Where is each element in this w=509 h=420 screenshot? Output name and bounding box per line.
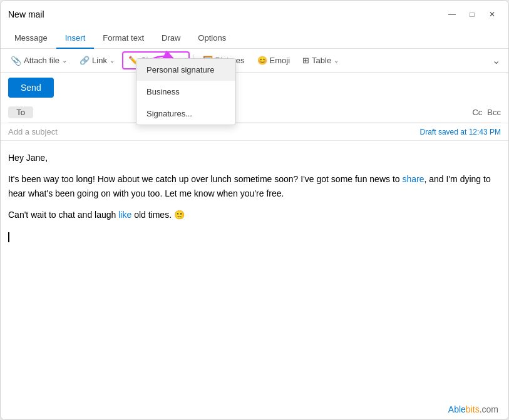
share-link[interactable]: share — [402, 174, 424, 184]
tab-format-text[interactable]: Format text — [94, 28, 153, 49]
send-button[interactable]: Send — [8, 78, 54, 98]
tab-options[interactable]: Options — [189, 28, 235, 49]
tab-insert[interactable]: Insert — [56, 28, 95, 49]
to-label: To — [8, 106, 33, 118]
window-controls: — □ ✕ — [443, 6, 501, 23]
attach-file-button[interactable]: 📎 Attach file ⌄ — [6, 53, 72, 69]
subject-row: Add a subject Draft saved at 12:43 PM — [1, 123, 508, 141]
table-icon: ⊞ — [302, 56, 309, 65]
ablebits-able: Able — [448, 404, 466, 414]
compose-area: Send To Cc Bcc Add a subject Draft saved… — [1, 73, 508, 399]
ablebits-bits: bits — [466, 404, 480, 414]
title-bar: New mail — □ ✕ — [1, 1, 508, 28]
paragraph1: It's been way too long! How about we cat… — [8, 172, 501, 200]
emoji-button[interactable]: 😊 Emoji — [252, 53, 296, 68]
ablebits-logo: Ablebits.com — [448, 404, 498, 414]
greeting: Hey Jane, — [8, 151, 501, 165]
dropdown-item-business[interactable]: Business — [136, 81, 235, 103]
signature-dropdown: Personal signature Business Signatures..… — [136, 58, 236, 125]
emoji-icon: 😊 — [257, 56, 267, 65]
link-chevron-icon: ⌄ — [110, 57, 115, 64]
link-button[interactable]: 🔗 Link ⌄ — [75, 53, 120, 68]
minimize-button[interactable]: — — [443, 6, 461, 23]
ablebits-com: .com — [480, 404, 498, 414]
like-link[interactable]: like — [118, 210, 131, 220]
cc-bcc-controls: Cc Bcc — [472, 108, 501, 117]
table-chevron-icon: ⌄ — [334, 57, 339, 64]
tab-message[interactable]: Message — [6, 28, 56, 49]
link-icon: 🔗 — [80, 56, 90, 65]
attach-chevron-icon: ⌄ — [62, 57, 67, 64]
to-row: To Cc Bcc — [8, 103, 501, 123]
toolbar-overflow-button[interactable]: ⌄ — [488, 53, 503, 68]
window-title: New mail — [8, 9, 44, 19]
paperclip-icon: 📎 — [11, 56, 21, 66]
email-window: New mail — □ ✕ Message Insert Format tex… — [0, 0, 509, 420]
subject-placeholder[interactable]: Add a subject — [8, 127, 58, 136]
recipients-area: To Cc Bcc — [1, 103, 508, 123]
email-body[interactable]: Hey Jane, It's been way too long! How ab… — [1, 141, 508, 399]
cc-button[interactable]: Cc — [472, 108, 482, 117]
send-row: Send — [1, 73, 508, 103]
footer: Ablebits.com — [1, 399, 508, 419]
cursor-paragraph — [8, 230, 501, 243]
toolbar: 📎 Attach file ⌄ 🔗 Link ⌄ ✏️ Signature ⌄ … — [1, 49, 508, 73]
close-button[interactable]: ✕ — [483, 6, 501, 23]
dropdown-item-manage-signatures[interactable]: Signatures... — [136, 103, 235, 125]
table-button[interactable]: ⊞ Table ⌄ — [297, 53, 344, 68]
maximize-button[interactable]: □ — [463, 6, 481, 23]
draft-saved-time: 12:43 PM — [469, 128, 501, 136]
tab-draw[interactable]: Draw — [153, 28, 189, 49]
draft-saved-indicator: Draft saved at 12:43 PM — [420, 128, 501, 136]
to-input[interactable] — [38, 108, 472, 117]
dropdown-item-personal[interactable]: Personal signature — [136, 59, 235, 81]
paragraph2: Can't wait to chat and laugh like old ti… — [8, 208, 501, 222]
tab-bar: Message Insert Format text Draw Options — [1, 28, 508, 49]
bcc-button[interactable]: Bcc — [487, 108, 501, 117]
text-cursor — [8, 232, 9, 242]
